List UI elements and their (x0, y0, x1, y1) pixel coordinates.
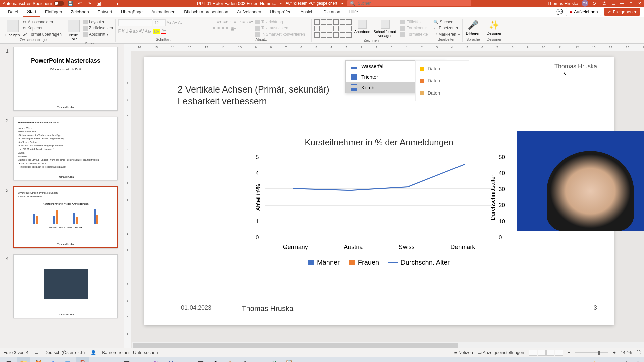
paste-button[interactable]: Einfügen (5, 19, 20, 38)
edge-icon[interactable]: e (253, 357, 266, 362)
share-button[interactable]: ↗Freigeben▾ (604, 8, 640, 16)
outdent-icon[interactable]: ←≡ (230, 19, 236, 24)
scrollbar-thumb[interactable] (133, 343, 458, 348)
redo-icon[interactable]: ↷ (86, 0, 92, 6)
menu-datei[interactable]: Datei (4, 7, 22, 16)
save-icon[interactable]: 💾 (67, 0, 73, 6)
present-icon[interactable]: ▣ (96, 0, 102, 6)
menu-start[interactable]: Start (23, 7, 40, 17)
copy-button[interactable]: ⧉Kopieren (22, 25, 62, 31)
app-icon[interactable]: ◐ (238, 357, 252, 362)
zoom-slider[interactable] (575, 352, 608, 353)
chart-container[interactable]: Kursteilnehmer in % der Anmeldungen Ante… (245, 137, 513, 265)
horizontal-scrollbar[interactable] (132, 342, 644, 348)
menu-dictation[interactable]: Dictation (319, 7, 344, 16)
linespace-icon[interactable]: ↕≡▾ (247, 19, 253, 24)
app-icon[interactable]: ▦ (120, 357, 133, 362)
onenote-icon[interactable]: N (150, 357, 163, 362)
slide-counter[interactable]: Folie 3 von 4 (3, 350, 28, 355)
menu-aufzeichnen[interactable]: Aufzeichnen (233, 7, 265, 16)
font-size-select[interactable]: 12 (153, 19, 166, 26)
menu-ansicht[interactable]: Ansicht (296, 7, 319, 16)
more-icon[interactable]: ⋮ (105, 0, 111, 6)
weather-icon[interactable]: ⛅ (592, 361, 598, 362)
sync-icon[interactable]: ⟳ (592, 0, 598, 6)
font-color-button[interactable]: A▾ (161, 28, 166, 34)
normal-view-button[interactable] (529, 350, 537, 356)
toggle-icon[interactable] (54, 1, 64, 6)
start-button[interactable]: ⊞ (2, 357, 15, 362)
shrink-font-icon[interactable]: A▾ (172, 20, 177, 25)
app-icon[interactable]: ◉ (223, 357, 237, 362)
thumbnail-1[interactable]: 1 PowerPoint Masterclass Präsentieren wi… (6, 47, 118, 111)
strike-button[interactable]: S (129, 29, 132, 34)
app-icon[interactable]: ↗ (179, 357, 193, 362)
select-button[interactable]: ⬚Markieren▾ (433, 32, 460, 37)
app-icon[interactable]: 📋 (282, 357, 296, 362)
qat-dropdown-icon[interactable]: ▾ (114, 0, 120, 6)
align-right-icon[interactable]: ≡ (222, 26, 224, 31)
flask-icon[interactable]: ⚗ (601, 0, 607, 6)
autosave-toggle[interactable]: Automatisches Speichern (3, 1, 64, 6)
new-slide-button[interactable]: Neue Folie (67, 19, 80, 42)
record-button[interactable]: ●Aufzeichnen (566, 8, 601, 16)
zoom-out-button[interactable]: − (568, 350, 571, 355)
slideshow-view-button[interactable] (555, 350, 563, 356)
menu-animationen[interactable]: Animationen (147, 7, 179, 16)
zoom-level[interactable]: 142% (621, 350, 632, 355)
underline-button[interactable]: U (125, 29, 128, 34)
font-name-select[interactable] (118, 19, 152, 26)
designer-button[interactable]: ✨Designer (486, 19, 502, 36)
reset-button[interactable]: Zurücksetzen (83, 25, 113, 31)
arrange-button[interactable]: Anordnen (354, 19, 371, 34)
thumbnail-2[interactable]: 2 Seitenanzahl/Einfügen und platzieren •… (6, 117, 118, 180)
maximize-icon[interactable]: ◻ (629, 1, 633, 6)
quickstyle-button[interactable]: Schnellformat- vorlagen (373, 19, 398, 38)
thumbnail-4[interactable]: 4 Thomas Hruska (6, 254, 118, 318)
sorter-view-button[interactable] (538, 350, 546, 356)
language-status[interactable]: Deutsch (Österreich) (44, 350, 85, 355)
italic-button[interactable]: K (122, 29, 124, 34)
section-button[interactable]: Abschnitt▾ (83, 32, 113, 37)
notes-button[interactable]: ≡ Notizen (454, 350, 473, 355)
search-box[interactable]: 🔍 (347, 0, 471, 6)
menu-uebergaenge[interactable]: Übergänge (117, 7, 147, 16)
obs-icon[interactable]: ◉ (209, 357, 222, 362)
chrome-icon[interactable]: ◉ (46, 357, 60, 362)
replace-button[interactable]: ↔Ersetzen▾ (433, 25, 460, 31)
indent-icon[interactable]: →≡ (238, 19, 245, 24)
accessibility-status[interactable]: Barrierefreiheit: Untersuchen (102, 350, 158, 355)
powerpoint-icon[interactable]: P (76, 357, 89, 362)
highlight-button[interactable]: ab▾ (153, 29, 160, 34)
shadow-button[interactable]: ab (133, 29, 138, 34)
zoom-in-button[interactable]: + (613, 350, 616, 355)
format-painter-button[interactable]: 🖌Format übertragen (22, 32, 62, 37)
menu-einfuegen[interactable]: Einfügen (41, 7, 66, 16)
numbering-icon[interactable]: ≡▾ (223, 19, 228, 24)
layout-button[interactable]: Layout▾ (83, 19, 113, 25)
slide-text-block[interactable]: 2 Vertikale Achsen (Primär, sekundär) Le… (178, 84, 329, 107)
grow-font-icon[interactable]: A▴ (167, 20, 171, 25)
display-settings-button[interactable]: ▭ Anzeigeeinstellungen (478, 350, 524, 355)
visio-icon[interactable]: V (164, 357, 178, 362)
bold-button[interactable]: F (118, 29, 121, 34)
dictate-button[interactable]: 🎤Diktieren (465, 19, 481, 36)
undo-icon[interactable]: ↶ (77, 0, 83, 6)
menu-ueberpruefen[interactable]: Überprüfen (266, 7, 296, 16)
spacing-button[interactable]: AV (139, 29, 144, 34)
explorer-icon[interactable]: 📁 (17, 357, 30, 362)
app-icon[interactable]: ● (135, 357, 148, 362)
case-button[interactable]: Aa▾ (145, 29, 152, 34)
find-button[interactable]: 🔍Suchen (433, 19, 460, 25)
columns-icon[interactable]: ▦▾ (230, 26, 236, 31)
bullets-icon[interactable]: ⋮≡▾ (213, 19, 221, 24)
align-center-icon[interactable]: ≡ (217, 26, 220, 31)
clear-format-icon[interactable]: Aₓ (178, 20, 182, 25)
fit-button[interactable]: ⛶ (636, 350, 641, 355)
search-input[interactable] (358, 1, 469, 6)
excel-icon[interactable]: X (268, 357, 281, 362)
menu-praesentation[interactable]: Bildschirmpräsentation (180, 7, 232, 16)
shape-gallery[interactable] (314, 19, 352, 38)
justify-icon[interactable]: ≡ (226, 26, 228, 31)
app-icon[interactable]: ☁ (91, 357, 104, 362)
